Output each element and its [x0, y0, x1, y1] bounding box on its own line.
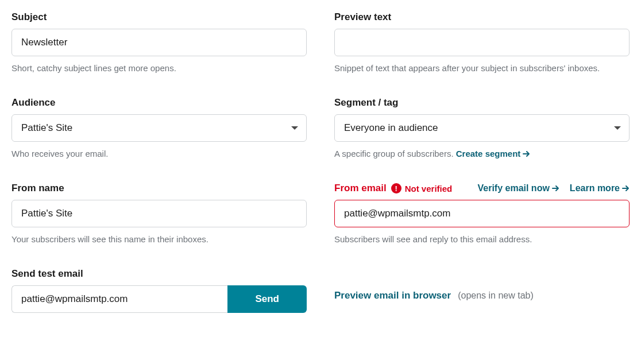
subject-helper: Short, catchy subject lines get more ope…: [11, 62, 307, 74]
create-segment-link[interactable]: Create segment: [456, 148, 531, 160]
send-test-field: Send test email Send: [11, 268, 307, 313]
segment-helper: A specific group of subscribers. Create …: [334, 148, 630, 160]
preview-link-row: Preview email in browser (opens in new t…: [334, 290, 630, 301]
segment-label: Segment / tag: [334, 97, 630, 109]
preview-in-browser-link[interactable]: Preview email in browser: [334, 290, 451, 301]
alert-icon: !: [391, 183, 401, 193]
arrow-right-icon: [552, 185, 559, 192]
from-email-label: From email: [334, 183, 387, 194]
send-button[interactable]: Send: [227, 285, 307, 313]
segment-field: Segment / tag Everyone in audience A spe…: [334, 97, 630, 160]
from-name-field: From name Your subscribers will see this…: [11, 183, 307, 245]
learn-more-label: Learn more: [570, 183, 620, 193]
preview-text-input[interactable]: [334, 29, 630, 56]
not-verified-badge: ! Not verified: [391, 183, 453, 193]
from-name-label: From name: [11, 183, 307, 194]
from-email-field: From email ! Not verified Verify email n…: [334, 183, 630, 245]
preview-text-helper: Snippet of text that appears after your …: [334, 62, 630, 74]
preview-text-field: Preview text Snippet of text that appear…: [334, 11, 630, 74]
audience-value: Pattie's Site: [21, 122, 72, 134]
preview-text-label: Preview text: [334, 11, 630, 23]
subject-input[interactable]: [11, 29, 307, 56]
arrow-right-icon: [523, 150, 530, 157]
send-test-group: Send: [11, 285, 307, 313]
from-email-label-row: From email ! Not verified Verify email n…: [334, 183, 630, 194]
segment-select[interactable]: Everyone in audience: [334, 114, 630, 142]
from-name-helper: Your subscribers will see this name in t…: [11, 233, 307, 245]
send-test-input[interactable]: [11, 285, 227, 313]
audience-label: Audience: [11, 97, 307, 109]
send-test-label: Send test email: [11, 268, 307, 280]
subject-label: Subject: [11, 11, 307, 23]
create-segment-label: Create segment: [456, 148, 521, 160]
preview-link-suffix: (opens in new tab): [458, 291, 534, 301]
from-email-helper: Subscribers will see and reply to this e…: [334, 233, 630, 245]
verify-email-link[interactable]: Verify email now: [477, 183, 559, 193]
from-name-input[interactable]: [11, 200, 307, 227]
audience-field: Audience Pattie's Site Who receives your…: [11, 97, 307, 160]
preview-link-field: Preview email in browser (opens in new t…: [334, 268, 630, 313]
segment-helper-text: A specific group of subscribers.: [334, 149, 456, 158]
subject-field: Subject Short, catchy subject lines get …: [11, 11, 307, 74]
arrow-right-icon: [622, 185, 630, 192]
caret-down-icon: [614, 126, 621, 130]
audience-helper: Who receives your email.: [11, 148, 307, 160]
learn-more-link[interactable]: Learn more: [570, 183, 630, 193]
from-email-input[interactable]: [334, 200, 630, 227]
not-verified-text: Not verified: [405, 184, 453, 193]
caret-down-icon: [291, 126, 298, 130]
audience-select[interactable]: Pattie's Site: [11, 114, 307, 142]
segment-value: Everyone in audience: [344, 122, 438, 134]
verify-email-label: Verify email now: [477, 183, 549, 193]
